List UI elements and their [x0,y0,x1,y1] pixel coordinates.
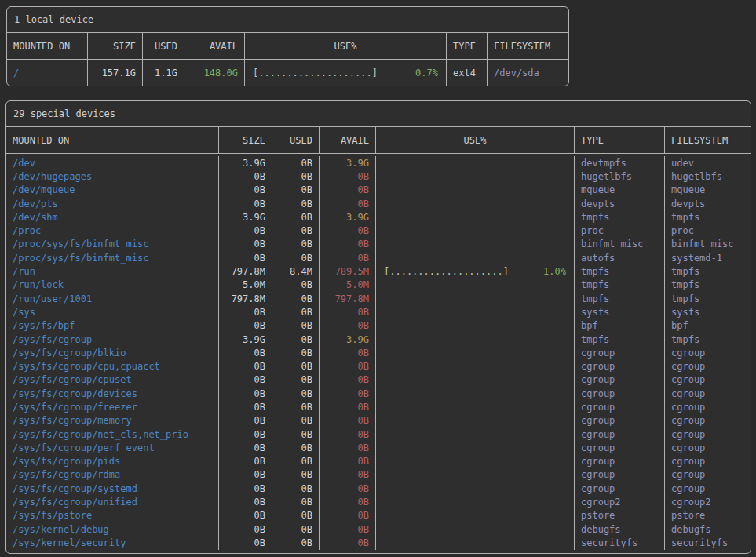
usage-percent: 0.7% [415,67,438,78]
mount-cell: /sys/fs/bpf [6,319,218,333]
avail-cell: 0B [319,414,375,428]
filesystem-cell: cgroup [664,387,751,400]
usage-cell [375,414,574,428]
table-row: /proc0B0B0Bprocproc [6,224,751,237]
size-cell: 797.8M [218,264,272,278]
size-cell: 0B [218,495,272,508]
table-row: / 157.1G 1.1G 148.0G [..................… [7,60,568,86]
usage-cell [375,400,574,413]
size-cell: 0B [218,441,272,454]
special-devices-table: 29 special devices MOUNTED ON SIZE USED … [5,100,751,554]
size-cell: 0B [218,184,272,197]
size-cell: 0B [218,468,272,482]
used-cell: 0B [272,441,319,454]
type-cell: bpf [574,319,664,333]
type-cell: cgroup [574,441,664,454]
usage-cell [375,319,574,333]
filesystem-cell: mqueue [664,184,751,197]
filesystem-cell: cgroup [664,373,751,387]
local-devices-header: MOUNTED ON SIZE USED AVAIL USE% TYPE FIL… [7,33,568,60]
usage-cell [375,278,574,292]
used-cell: 0B [272,373,319,387]
usage-cell [375,522,574,536]
table-row: /proc/sys/fs/binfmt_misc0B0B0Bbinfmt_mis… [6,238,751,251]
filesystem-cell: udev [664,156,751,169]
used-cell: 0B [272,482,319,495]
table-row: /sys/kernel/debug0B0B0Bdebugfsdebugfs [6,522,751,536]
type-cell: tmpfs [574,333,664,346]
mount-cell: /proc/sys/fs/binfmt_misc [6,251,218,264]
header-used: USED [272,127,319,153]
usage-percent: 1.0% [543,266,566,277]
size-cell: 0B [218,319,272,333]
table-row: /sys/fs/cgroup/perf_event0B0B0Bcgroupcgr… [6,441,751,454]
avail-cell: 0B [319,359,375,373]
mount-cell: /dev/shm [6,210,218,224]
avail-cell: 797.8M [319,292,375,305]
mount-cell: /sys/fs/cgroup/cpu,cpuacct [6,359,218,373]
table-row: /sys0B0B0Bsysfssysfs [6,305,751,319]
usage-cell: [....................]1.0% [375,264,574,278]
mount-cell: /sys/fs/cgroup/unified [6,495,218,508]
header-mounted-on: MOUNTED ON [6,127,218,153]
usage-cell [375,509,574,522]
filesystem-cell: cgroup [664,455,751,468]
mount-cell: /run [6,264,218,278]
avail-cell: 0B [319,509,375,522]
size-cell: 0B [218,387,272,400]
terminal-screen: { "table1": { "title": "1 local device",… [0,0,756,557]
avail-cell: 3.9G [319,210,375,224]
table-row: /sys/fs/cgroup/pids0B0B0Bcgroupcgroup [6,455,751,468]
size-cell: 0B [218,536,272,549]
header-filesystem: FILESYSTEM [664,127,751,153]
size-cell: 3.9G [218,210,272,224]
filesystem-cell: bpf [664,319,751,333]
usage-cell [375,428,574,441]
filesystem-cell: cgroup [664,400,751,413]
mount-cell: /proc [6,224,218,237]
size-cell: 797.8M [218,292,272,305]
filesystem-cell: tmpfs [664,278,751,292]
type-cell: cgroup [574,346,664,359]
type-cell: cgroup [574,359,664,373]
used-cell: 0B [272,292,319,305]
used-cell: 0B [272,346,319,359]
mount-cell: /dev/pts [6,197,218,210]
used-cell: 0B [272,536,319,549]
table-row: /sys/fs/cgroup/systemd0B0B0Bcgroupcgroup [6,482,751,495]
usage-cell: [....................] 0.7% [244,60,446,86]
special-devices-header: MOUNTED ON SIZE USED AVAIL USE% TYPE FIL… [6,127,751,154]
header-size: SIZE [218,127,272,153]
filesystem-cell: proc [664,224,751,237]
type-cell: proc [574,224,664,237]
used-cell: 0B [272,305,319,319]
usage-cell [375,387,574,400]
type-cell: cgroup [574,373,664,387]
table-row: /sys/fs/cgroup/cpuset0B0B0Bcgroupcgroup [6,373,751,387]
mount-cell: /sys [6,305,218,319]
size-cell: 0B [218,455,272,468]
used-cell: 0B [272,509,319,522]
size-cell: 0B [218,522,272,536]
size-cell: 0B [218,359,272,373]
filesystem-cell: systemd-1 [664,251,751,264]
type-cell: debugfs [574,522,664,536]
size-cell: 0B [218,346,272,359]
table-row: /sys/fs/cgroup/net_cls,net_prio0B0B0Bcgr… [6,428,751,441]
avail-cell: 3.9G [319,333,375,346]
header-use-pct: USE% [244,33,446,59]
avail-cell: 0B [319,536,375,549]
type-cell: tmpfs [574,278,664,292]
avail-cell: 148.0G [184,60,244,86]
mount-cell: /dev/hugepages [6,169,218,183]
type-cell: tmpfs [574,292,664,305]
size-cell: 0B [218,305,272,319]
usage-cell [375,333,574,346]
mount-cell: /sys/fs/cgroup/rdma [6,468,218,482]
size-cell: 0B [218,238,272,251]
usage-cell [375,238,574,251]
filesystem-cell: tmpfs [664,292,751,305]
type-cell: mqueue [574,184,664,197]
used-cell: 0B [272,428,319,441]
used-cell: 0B [272,238,319,251]
